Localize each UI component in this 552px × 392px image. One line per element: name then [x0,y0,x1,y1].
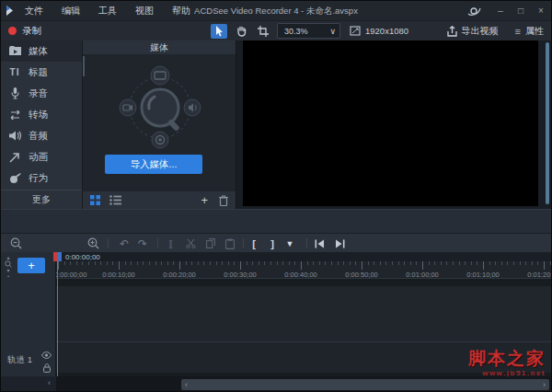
clipboard-icon [225,238,235,249]
cut-button[interactable] [183,234,198,253]
split-button[interactable]: ][ [163,234,178,253]
add-marker-button[interactable]: ▼ [282,234,297,253]
timeline-ruler[interactable]: 0:00:00;00 0:00:00;000:00:10;000:00:20;0… [56,252,552,279]
sidebar-item-media[interactable]: 媒体 [1,40,82,62]
previous-marker-button[interactable] [312,234,327,253]
redo-button[interactable]: ↷ [135,234,150,253]
ruler-minor-tick [270,261,271,265]
timeline-gap [56,279,552,286]
playhead-line[interactable] [57,261,58,376]
audio-icon [1,131,29,141]
ruler-minor-tick [70,261,71,265]
undo-button[interactable]: ↶ [117,234,132,253]
zoom-level-select[interactable]: 30.3% ∨ [277,23,340,39]
select-tool-button[interactable] [211,24,227,39]
sidebar-item-transitions[interactable]: 转场 [1,104,82,125]
ruler-minor-tick [228,261,229,265]
ruler-minor-tick [501,261,502,265]
sidebar-more-button[interactable]: 更多 [1,190,82,209]
scroll-left-icon[interactable]: ‹ [185,379,188,390]
playhead-handle-secondary[interactable] [58,252,62,261]
playhead-time-strip [56,252,552,261]
window-title: ACDSee Video Recorder 4 - 未命名.avspx [194,1,358,20]
ruler-minor-tick [532,261,533,265]
sidebar-item-animation[interactable]: 动画 [1,146,82,167]
ruler-minor-tick [368,261,369,265]
sidebar: 媒体 TI 标题 录音 转场 音频 动画 [1,40,82,209]
ruler-minor-tick [416,261,417,265]
ruler-major-tick [58,261,59,270]
timeline-zoom-in-button[interactable] [86,234,100,253]
ruler-minor-tick [64,261,65,265]
copy-button[interactable] [203,234,218,253]
playback-bar: ◂ ▸ ▶ ◂ ▸ 00:00/00:00 [1,209,552,233]
pan-tool-button[interactable] [233,24,249,39]
add-track-button[interactable]: + [17,258,45,273]
ruler-minor-tick [137,261,138,265]
maximize-button[interactable]: □ [511,1,531,20]
separator [243,238,244,248]
properties-button[interactable]: ≡ 属性 [515,25,544,38]
menu-edit[interactable]: 编辑 [52,1,89,20]
track-lock-icon[interactable] [43,363,51,373]
minimize-button[interactable]: – [490,1,511,20]
ruler-minor-tick [392,261,393,265]
track-visibility-eye-icon[interactable] [41,352,52,359]
ruler-minor-tick [149,261,150,265]
media-panel-footer: + [83,191,236,209]
grid-view-icon[interactable] [90,195,100,205]
separator [108,238,109,248]
crop-tool-button[interactable] [255,24,271,39]
sidebar-item-audio[interactable]: 音频 [1,125,82,146]
next-marker-button[interactable] [332,234,347,253]
ruler-minor-tick [107,261,108,265]
record-button[interactable]: 录制 [8,21,41,40]
mark-in-button[interactable]: [ [247,234,260,253]
collapse-left-icon[interactable]: ‹ [48,378,51,387]
ruler-minor-tick [247,261,247,265]
ruler-minor-tick [331,261,332,265]
project-resolution-button[interactable]: 1920x1080 [350,26,408,36]
close-button[interactable]: × [531,1,551,20]
mark-out-button[interactable]: ] [266,234,279,253]
ruler-minor-tick [210,261,211,265]
ruler-minor-tick [216,261,217,265]
ruler-major-tick [119,261,120,270]
sidebar-item-record-audio[interactable]: 录音 [1,83,82,104]
ruler-minor-tick [446,261,447,265]
sidebar-item-titles[interactable]: TI 标题 [1,62,82,83]
ruler-minor-tick [289,261,290,265]
media-panel-scrollbar[interactable] [83,56,85,76]
ruler-major-tick [240,261,241,270]
timeline-horizontal-scrollbar[interactable]: ‹ › [181,379,549,390]
sidebar-item-behaviors[interactable]: 行为 [1,167,82,189]
ruler-major-tick [362,261,362,270]
trash-icon[interactable] [219,195,228,206]
ruler-time-label: 0:00:40;00 [284,271,316,279]
microphone-icon [1,87,29,99]
track-height-zoom-control[interactable]: ▴ ▾ • [5,255,12,279]
ruler-time-label: 0:00:30;00 [224,271,256,279]
scroll-right-icon[interactable]: › [543,379,546,390]
jump-end-icon [335,239,345,248]
list-view-icon[interactable] [109,195,121,205]
paste-button[interactable] [223,234,237,253]
add-media-button[interactable]: + [201,191,208,209]
import-media-button[interactable]: 导入媒体... [105,155,202,174]
app-window: 文件 编辑 工具 视图 帮助 ACDSee Video Recorder 4 -… [0,0,552,392]
export-video-button[interactable]: 导出视频 [447,25,499,38]
ruler-minor-tick [100,261,101,265]
menu-view[interactable]: 视图 [126,1,163,20]
app-icon [6,6,15,16]
menu-file[interactable]: 文件 [16,1,52,20]
timeline-zoom-out-button[interactable] [8,234,23,253]
ruler-minor-tick [222,261,223,265]
jump-start-icon [315,239,325,248]
menu-tools[interactable]: 工具 [89,1,126,20]
preview-scrollbar[interactable] [546,42,549,204]
canvas-size-icon [350,26,361,36]
ruler-minor-tick [294,261,295,265]
ruler-minor-tick [125,261,126,265]
preview-area [236,40,552,209]
ruler-minor-tick [259,261,259,265]
